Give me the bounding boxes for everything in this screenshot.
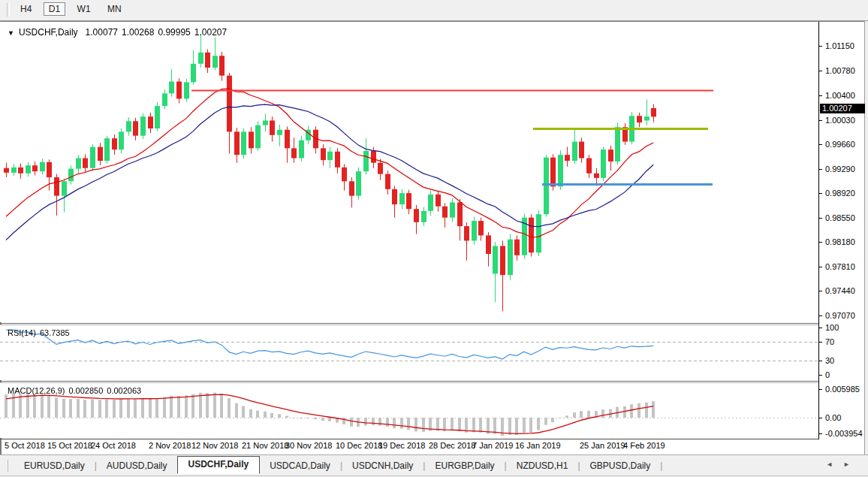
- ohlc-high: 1.00268: [122, 27, 154, 38]
- timeframe-d1-button[interactable]: D1: [44, 2, 65, 16]
- rsi-canvas[interactable]: [0, 325, 818, 380]
- price-tick-label: 0.98550: [825, 214, 855, 222]
- axis-tick-mark: [818, 120, 822, 121]
- axis-tick-mark: [818, 361, 822, 361]
- chart-bottom-frame: [0, 439, 818, 439]
- date-label: 21 Nov 2018: [242, 442, 288, 450]
- timeframe-h4-button[interactable]: H4: [15, 2, 37, 16]
- axis-tick-mark: [818, 342, 822, 343]
- axis-tick-mark: [818, 267, 822, 267]
- timeframe-toolbar: H4 D1 W1 MN: [0, 0, 868, 21]
- price-tick-label: 0.98180: [825, 238, 855, 246]
- price-tick-label: 1.00400: [825, 92, 855, 100]
- window-right-edge: [864, 21, 865, 454]
- main-chart-canvas[interactable]: [0, 22, 818, 322]
- date-label: 10 Dec 2018: [336, 442, 382, 450]
- axis-tick-mark: [818, 193, 822, 194]
- axis-tick-mark: [818, 315, 822, 316]
- tab-gbpusd-daily[interactable]: GBPUSD,Daily: [580, 458, 661, 473]
- date-label: 5 Oct 2018: [5, 442, 45, 450]
- date-label: 24 Oct 2018: [91, 442, 136, 450]
- tabbar-bottom-line: [0, 475, 868, 476]
- macd-name: MACD(12,26,9): [8, 386, 65, 395]
- axis-tick-mark: [818, 328, 822, 328]
- time-axis: 5 Oct 201815 Oct 201824 Oct 20182 Nov 20…: [0, 440, 818, 454]
- rsi-indicator-label: RSI(14)63.7385: [8, 328, 74, 337]
- rsi-name: RSI(14): [8, 328, 36, 337]
- tab-separator: |: [660, 460, 662, 471]
- axis-tick-mark: [818, 389, 822, 390]
- tab-nzdusd-h1[interactable]: NZDUSD,H1: [507, 458, 578, 473]
- date-label: 25 Jan 2019: [580, 442, 625, 450]
- rsi-level-label: 70: [825, 338, 834, 346]
- axis-tick-mark: [818, 291, 822, 291]
- macd-level-label: 0.005985: [825, 385, 860, 394]
- price-tick-label: 0.98920: [825, 189, 855, 198]
- price-tick-label: 0.97810: [825, 263, 855, 271]
- date-label: 2 Nov 2018: [149, 442, 191, 450]
- tab-strip-edge: [8, 460, 8, 472]
- timeframe-mn-button[interactable]: MN: [102, 2, 127, 16]
- tab-eurusd-daily[interactable]: EURUSD,Daily: [14, 458, 95, 473]
- tab-eurgbp-daily[interactable]: EURGBP,Daily: [425, 458, 504, 473]
- panel-splitter-shadow: [0, 325, 818, 325]
- macd-main-value: 0.002850: [68, 386, 103, 395]
- axis-tick-mark: [818, 218, 822, 219]
- price-tick-label: 1.01150: [825, 42, 854, 50]
- date-label: 16 Jan 2019: [515, 442, 561, 450]
- symbol-dropdown-icon[interactable]: ▼: [8, 29, 14, 37]
- tab-usdchf-daily[interactable]: USDCHF,Daily: [177, 456, 261, 474]
- price-tick-label: 1.00780: [825, 67, 855, 75]
- rsi-level-label: 100: [825, 324, 839, 332]
- date-label: 19 Dec 2018: [378, 442, 425, 450]
- terminal-window: H4 D1 W1 MN ▼USDCHF,Daily1.000771.002680…: [0, 0, 868, 477]
- tab-audusd-daily[interactable]: AUDUSD,Daily: [97, 458, 177, 473]
- ohlc-open: 1.00077: [86, 27, 118, 38]
- price-tick-label: 0.99660: [825, 140, 855, 149]
- rsi-level-label: 30: [825, 357, 834, 365]
- ohlc-close: 1.00207: [194, 27, 227, 38]
- date-label: 7 Jan 2019: [472, 442, 513, 450]
- rsi-level-label: 0: [825, 371, 830, 379]
- date-label: 28 Dec 2018: [429, 442, 475, 450]
- symbol-name: USDCHF,Daily: [19, 27, 78, 38]
- rsi-value: 63.7385: [40, 328, 70, 337]
- current-price-badge: 1.00207: [820, 104, 865, 113]
- toolbar-groove: [7, 3, 10, 17]
- axis-tick-mark: [818, 46, 822, 47]
- price-tick-label: 0.97070: [825, 312, 855, 320]
- date-label: 12 Nov 2018: [191, 442, 238, 450]
- tabs-scroll-left-icon[interactable]: ◄: [826, 460, 843, 468]
- timeframe-w1-button[interactable]: W1: [72, 2, 96, 16]
- ohlc-low: 0.99995: [158, 27, 190, 38]
- price-tick-label: 0.99290: [825, 165, 855, 174]
- macd-signal-value: 0.002063: [107, 386, 141, 395]
- price-axis-line: [818, 22, 819, 439]
- chart-title: ▼USDCHF,Daily1.000771.002680.999951.0020…: [8, 27, 227, 38]
- price-tick-label: 0.97440: [825, 287, 855, 295]
- axis-tick-mark: [818, 169, 822, 170]
- axis-tick-mark: [818, 242, 822, 243]
- macd-level-label: 0.00: [825, 414, 841, 422]
- axis-tick-mark: [818, 71, 822, 71]
- price-tick-label: 1.00030: [825, 116, 855, 125]
- panel-splitter-shadow: [0, 382, 818, 383]
- axis-tick-mark: [818, 144, 822, 145]
- panel-splitter[interactable]: [0, 381, 818, 382]
- macd-level-label: -0.003954: [825, 430, 863, 438]
- axis-tick-mark: [818, 95, 822, 96]
- panel-splitter[interactable]: [0, 323, 818, 324]
- axis-tick-mark: [818, 375, 822, 376]
- chart-tab-bar: EURUSD,Daily|AUDUSD,DailyUSDCHF,DailyUSD…: [0, 454, 868, 477]
- axis-tick-mark: [818, 433, 822, 434]
- date-label: 15 Oct 2018: [47, 442, 92, 450]
- tabs-scroll-right-icon[interactable]: ►: [843, 460, 860, 468]
- macd-indicator-label: MACD(12,26,9)0.0028500.002063: [8, 386, 145, 395]
- tab-usdcnh-daily[interactable]: USDCNH,Daily: [342, 458, 423, 473]
- date-label: 30 Nov 2018: [285, 442, 332, 450]
- tab-usdcad-daily[interactable]: USDCAD,Daily: [260, 458, 340, 473]
- axis-tick-mark: [818, 418, 822, 418]
- date-label: 4 Feb 2019: [623, 442, 665, 450]
